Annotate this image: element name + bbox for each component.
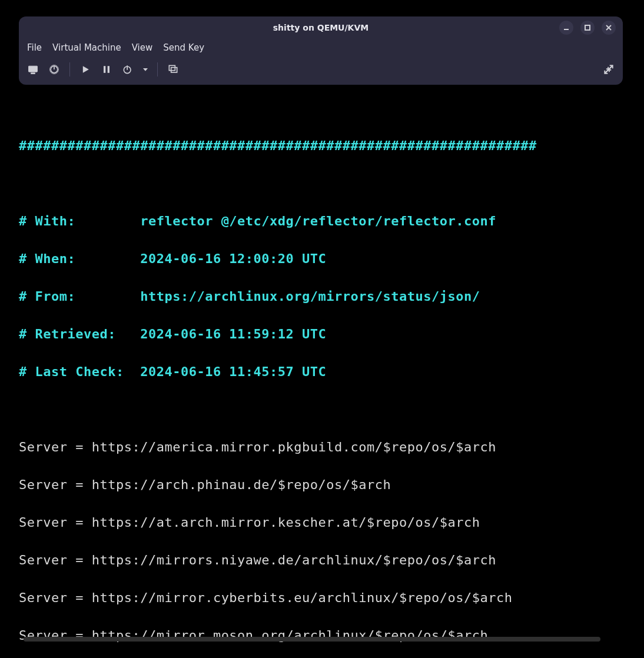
fullscreen-button[interactable] bbox=[600, 61, 617, 78]
power-dropdown[interactable] bbox=[141, 61, 150, 78]
power-button[interactable] bbox=[119, 61, 136, 78]
toolbar-separator bbox=[69, 62, 70, 77]
term-server-line: Server = https://mirrors.niyawe.de/archl… bbox=[19, 551, 625, 570]
svg-rect-5 bbox=[31, 73, 35, 74]
svg-rect-10 bbox=[104, 66, 105, 73]
horizontal-scrollbar[interactable] bbox=[24, 637, 618, 642]
scrollbar-thumb[interactable] bbox=[24, 637, 600, 642]
term-blank-2 bbox=[19, 400, 625, 419]
toolbar-separator-2 bbox=[157, 62, 158, 77]
window-title: shitty on QEMU/KVM bbox=[19, 23, 623, 32]
menu-virtual-machine[interactable]: Virtual Machine bbox=[52, 42, 121, 53]
term-server-line: Server = https://mirror.moson.org/archli… bbox=[19, 626, 625, 645]
term-hashline: ########################################… bbox=[19, 137, 625, 155]
term-server-line: Server = https://america.mirror.pkgbuild… bbox=[19, 438, 625, 457]
svg-rect-1 bbox=[585, 25, 590, 30]
minimize-button[interactable] bbox=[559, 21, 573, 35]
term-comment-lastcheck: # Last Check: 2024-06-16 11:45:57 UTC bbox=[19, 363, 625, 381]
toolbar bbox=[19, 59, 623, 85]
menu-send-key[interactable]: Send Key bbox=[163, 42, 204, 53]
term-server-line: Server = https://at.arch.mirror.kescher.… bbox=[19, 513, 625, 532]
term-comment-with: # With: reflector @/etc/xdg/reflector/re… bbox=[19, 212, 625, 231]
svg-marker-14 bbox=[143, 68, 148, 71]
menu-view[interactable]: View bbox=[132, 42, 153, 53]
details-button[interactable] bbox=[46, 61, 62, 78]
term-comment-when: # When: 2024-06-16 12:00:20 UTC bbox=[19, 250, 625, 268]
console-button[interactable] bbox=[25, 61, 41, 78]
maximize-button[interactable] bbox=[580, 21, 595, 35]
close-button[interactable] bbox=[602, 21, 616, 35]
term-blank-1 bbox=[19, 174, 625, 193]
menu-file[interactable]: File bbox=[27, 42, 42, 53]
menubar: File Virtual Machine View Send Key bbox=[19, 39, 623, 59]
svg-rect-4 bbox=[29, 66, 38, 72]
term-comment-from: # From: https://archlinux.org/mirrors/st… bbox=[19, 287, 625, 306]
svg-rect-16 bbox=[171, 68, 177, 72]
window-controls bbox=[559, 21, 618, 35]
term-comment-retrieved: # Retrieved: 2024-06-16 11:59:12 UTC bbox=[19, 325, 625, 344]
pause-button[interactable] bbox=[98, 61, 115, 78]
snapshots-button[interactable] bbox=[165, 61, 181, 78]
terminal[interactable]: ########################################… bbox=[19, 118, 625, 658]
svg-rect-11 bbox=[108, 66, 109, 73]
titlebar: shitty on QEMU/KVM bbox=[19, 16, 623, 39]
run-button[interactable] bbox=[77, 61, 94, 78]
term-server-line: Server = https://arch.phinau.de/$repo/os… bbox=[19, 476, 625, 494]
vm-window: shitty on QEMU/KVM File Virtual Machine … bbox=[19, 16, 623, 85]
term-server-line: Server = https://mirror.cyberbits.eu/arc… bbox=[19, 589, 625, 607]
svg-marker-9 bbox=[83, 66, 89, 73]
